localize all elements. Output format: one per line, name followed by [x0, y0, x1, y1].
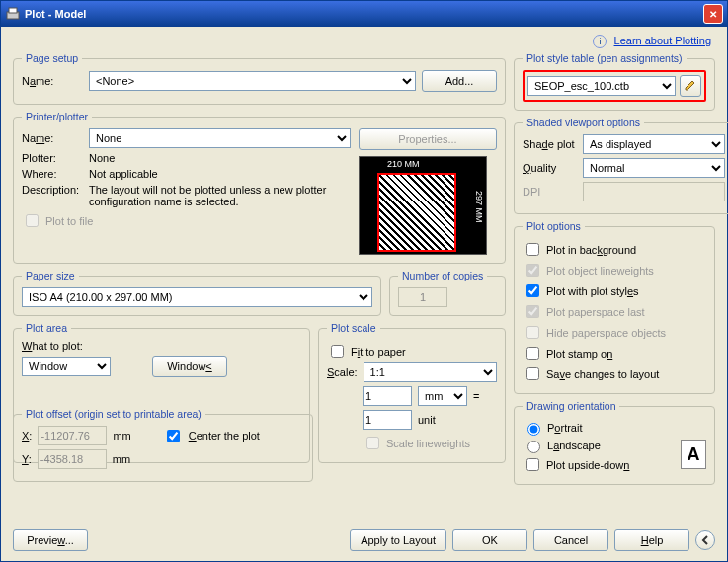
plot-paperspace-label: Plot paperspace last — [546, 306, 645, 318]
shaded-group: Shaded viewport options Shade plotAs dis… — [514, 117, 728, 214]
chevron-left-icon — [700, 535, 710, 545]
y-input — [38, 449, 107, 469]
where-label: Where: — [22, 168, 83, 180]
add-button[interactable]: Add... — [422, 70, 497, 92]
x-input — [38, 426, 107, 445]
copies-input — [398, 287, 447, 307]
upside-down-check[interactable] — [526, 458, 539, 471]
shade-plot-select[interactable]: As displayed — [583, 134, 725, 154]
printer-group: Printer/plotter Name: None Plotter: None — [13, 111, 506, 264]
plot-offset-group: Plot offset (origin set to printable are… — [13, 408, 313, 482]
edit-style-button[interactable] — [680, 75, 701, 97]
plot-to-file-check — [26, 214, 39, 227]
copies-legend: Number of copies — [398, 270, 487, 281]
preview-width: 210 MM — [387, 159, 420, 169]
plot-bg-check[interactable] — [526, 243, 539, 256]
desc-label: Description: — [22, 184, 83, 196]
printer-name-select[interactable]: None — [89, 128, 351, 148]
info-icon: i — [593, 35, 607, 48]
quality-select[interactable]: Normal — [583, 158, 725, 178]
paper-size-legend: Paper size — [22, 270, 79, 281]
landscape-radio[interactable] — [527, 441, 540, 453]
style-table-select[interactable]: SEOP_esc_100.ctb — [527, 76, 676, 96]
y-label: Y: — [22, 453, 32, 465]
preview-button[interactable]: Preview... — [13, 529, 88, 551]
plot-styles-label: Plot with plot styles — [546, 285, 639, 297]
shaded-legend: Shaded viewport options — [523, 117, 644, 128]
window-title: Plot - Model — [25, 8, 86, 20]
cancel-button[interactable]: Cancel — [533, 529, 608, 551]
paper-preview: 210 MM 297 MM — [359, 156, 487, 255]
plot-paperspace-check — [526, 305, 539, 318]
what-to-plot-select[interactable]: Window — [22, 357, 111, 376]
window-button[interactable]: Window< — [152, 356, 227, 377]
plot-icon — [5, 6, 21, 22]
scale-num1[interactable] — [363, 386, 412, 406]
printer-legend: Printer/plotter — [22, 111, 92, 122]
help-button[interactable]: Help — [614, 529, 689, 551]
what-to-plot-label: What to plot: — [22, 340, 301, 352]
paper-size-group: Paper size ISO A4 (210.00 x 297.00 MM) — [13, 270, 381, 316]
unit-label: unit — [418, 414, 436, 426]
pencil-icon — [685, 79, 696, 91]
quality-label: Quality — [523, 162, 577, 174]
page-setup-name-label: Name: — [22, 75, 83, 87]
properties-button: Properties... — [359, 128, 497, 150]
plot-scale-legend: Plot scale — [327, 322, 380, 334]
fit-to-paper-check[interactable] — [331, 345, 344, 358]
center-plot-check[interactable] — [167, 430, 180, 442]
plot-styles-check[interactable] — [526, 284, 539, 297]
style-table-group: Plot style table (pen assignments) SEOP_… — [514, 52, 715, 111]
apply-layout-button[interactable]: Apply to Layout — [350, 529, 446, 551]
plotter-label: Plotter: — [22, 152, 83, 164]
where-value: Not applicable — [89, 168, 158, 180]
upside-down-label: Plot upside-down — [546, 459, 629, 471]
plot-area-legend: Plot area — [22, 322, 71, 334]
orientation-legend: Drawing orientation — [523, 400, 619, 412]
plot-lw-check — [526, 264, 539, 277]
plot-options-legend: Plot options — [523, 220, 585, 232]
plot-stamp-label: Plot stamp on — [546, 348, 612, 360]
printer-name-label: Name: — [22, 132, 83, 144]
plot-lw-label: Plot object lineweights — [546, 265, 654, 277]
plot-dialog: Plot - Model ✕ i Learn about Plotting Pa… — [0, 0, 728, 562]
page-setup-name-select[interactable]: <None> — [89, 71, 416, 91]
expand-button[interactable] — [695, 530, 715, 550]
plot-stamp-check[interactable] — [526, 347, 539, 360]
portrait-radio[interactable] — [527, 423, 540, 436]
portrait-label: Portrait — [547, 422, 582, 434]
plot-to-file-label: Plot to file — [45, 215, 93, 227]
scale-select[interactable]: 1:1 — [364, 362, 497, 382]
x-unit: mm — [113, 430, 130, 442]
preview-height: 297 MM — [474, 191, 484, 223]
learn-link[interactable]: Learn about Plotting — [614, 35, 711, 46]
scale-label: Scale: — [327, 366, 358, 378]
copies-group: Number of copies — [389, 270, 506, 316]
equals-icon: = — [473, 390, 479, 402]
scale-unit-select[interactable]: mm — [418, 386, 467, 406]
hide-paperspace-check — [526, 326, 539, 339]
paper-size-select[interactable]: ISO A4 (210.00 x 297.00 MM) — [22, 287, 372, 307]
close-button[interactable]: ✕ — [703, 4, 723, 24]
page-setup-legend: Page setup — [22, 52, 82, 64]
style-table-legend: Plot style table (pen assignments) — [523, 52, 687, 64]
y-unit: mm — [113, 453, 130, 465]
plot-options-group: Plot options Plot in background Plot obj… — [514, 220, 715, 394]
dpi-input — [583, 182, 725, 201]
shade-plot-label: Shade plot — [523, 138, 577, 150]
x-label: X: — [22, 430, 32, 442]
fit-to-paper-label: Fit to paper — [351, 346, 406, 358]
plot-scale-group: Plot scale Fit to paper Scale: 1:1 mm = — [318, 322, 506, 463]
titlebar: Plot - Model ✕ — [1, 1, 727, 27]
orientation-group: Drawing orientation Portrait Landscape P… — [514, 400, 715, 485]
ok-button[interactable]: OK — [452, 529, 527, 551]
page-setup-group: Page setup Name: <None> Add... — [13, 52, 506, 105]
save-changes-check[interactable] — [526, 367, 539, 380]
plot-bg-label: Plot in background — [546, 244, 636, 256]
scale-num2[interactable] — [363, 410, 412, 430]
scale-lw-label: Scale lineweights — [386, 438, 470, 449]
save-changes-label: Save changes to layout — [546, 368, 659, 380]
hide-paperspace-label: Hide paperspace objects — [546, 327, 666, 339]
scale-lw-check — [366, 437, 379, 449]
plot-offset-legend: Plot offset (origin set to printable are… — [22, 408, 205, 420]
